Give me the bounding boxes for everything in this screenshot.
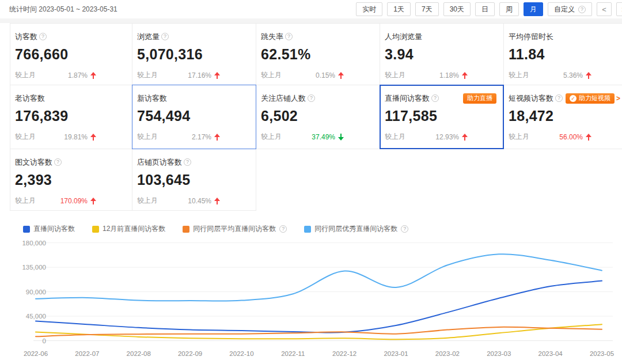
arrow-up-icon [462,134,468,141]
help-icon[interactable] [308,94,315,102]
y-axis-tick-label: 0 [43,338,46,344]
help-icon[interactable] [54,158,62,166]
trend-chart-svg: 045,00090,000135,000180,0002022-062022-0… [0,235,622,364]
arrow-up-icon [214,72,220,79]
x-axis-tick-label: 2022-10 [229,350,253,357]
range-button-label: 7天 [422,5,433,14]
y-axis-tick-label: 180,000 [22,240,46,247]
metric-delta: 17.16% [188,71,220,79]
chevron-right-icon[interactable]: > [616,94,620,103]
compare-label: 较上月 [15,70,36,80]
metric-card-2[interactable]: 跳失率62.51%较上月0.15% [256,23,380,85]
help-icon[interactable] [285,33,293,40]
next-page-button[interactable]: > [616,2,622,16]
metric-card-8[interactable]: 直播间访客数助力直播117,585较上月12.93% [380,85,504,149]
badge-wrap: 助力短视频> [566,93,620,104]
metric-value: 62.51% [261,46,373,63]
legend-label: 同行同层平均直播间访客数 [193,224,276,234]
compare-label: 较上月 [137,132,158,142]
metric-card-9[interactable]: 短视频访客数助力短视频>18,472较上月56.00% [503,85,622,149]
promo-badge[interactable]: 助力直播 [463,93,496,104]
metric-footer: 较上月0.15% [261,70,373,80]
arrow-up-icon [586,72,591,79]
range-button-label: 实时 [362,5,376,14]
legend-label: 同行同层优秀直播间访客数 [314,224,397,234]
help-icon[interactable] [184,158,191,166]
compare-label: 较上月 [15,132,36,142]
metric-cards-grid: 访客数766,660较上月1.87%浏览量5,070,316较上月17.16%跳… [10,23,622,211]
delta-value: 56.00% [559,133,583,141]
metric-card-10[interactable]: 图文访客数2,393较上月170.09% [10,149,132,211]
x-axis-tick-label: 2022-06 [24,350,48,357]
metric-card-5[interactable]: 老访客数176,839较上月19.81% [10,85,132,149]
metric-value: 176,839 [15,108,125,124]
metric-value: 754,494 [137,108,249,124]
help-icon[interactable] [39,33,47,40]
prev-page-button[interactable]: < [597,2,612,16]
range-button-3[interactable]: 30天 [443,2,471,16]
metric-footer: 较上月1.87% [15,70,125,80]
arrow-up-icon [90,198,96,204]
help-icon[interactable] [401,225,408,233]
metric-footer: 较上月1.18% [385,70,496,80]
metric-title: 短视频访客数 [509,93,553,104]
metric-card-1[interactable]: 浏览量5,070,316较上月17.16% [132,23,256,85]
metric-footer: 较上月2.17% [137,132,249,142]
help-icon[interactable] [161,33,169,40]
help-icon[interactable] [279,225,287,233]
range-button-1[interactable]: 1天 [387,2,411,16]
metric-card-7[interactable]: 关注店铺人数6,502较上月37.49% [256,85,380,149]
metric-delta: 10.45% [188,197,220,205]
range-button-label: 1天 [393,5,404,14]
range-button-6[interactable]: 月 [524,2,543,16]
metric-value: 2,393 [15,172,125,188]
metric-delta: 12.93% [435,133,468,141]
metric-title: 关注店铺人数 [261,93,306,104]
badge-wrap: 助力直播 [463,93,496,104]
metric-card-head: 跳失率 [261,31,373,42]
x-axis-tick-label: 2023-04 [538,350,563,357]
range-button-5[interactable]: 周 [499,2,519,16]
metric-footer: 较上月56.00% [509,132,620,142]
help-icon[interactable] [431,94,439,102]
delta-value: 37.49% [312,133,335,141]
metric-title: 跳失率 [261,32,283,42]
metric-title: 直播间访客数 [385,93,430,104]
range-button-4[interactable]: 日 [475,2,495,16]
x-axis-tick-label: 2022-09 [178,350,202,357]
metric-card-11[interactable]: 店铺页访客数103,645较上月10.45% [132,149,256,211]
metric-footer: 较上月5.36% [509,70,620,80]
delta-value: 0.15% [316,71,335,79]
compare-label: 较上月 [261,70,282,80]
y-axis-tick-label: 45,000 [26,313,46,320]
compare-label: 较上月 [385,70,405,80]
metric-card-4[interactable]: 平均停留时长11.84较上月5.36% [503,23,622,85]
metric-card-6[interactable]: 新访客数754,494较上月2.17% [132,85,256,149]
promo-badge[interactable]: 助力短视频 [566,93,615,104]
legend-item-1[interactable]: 12月前直播间访客数 [92,224,165,234]
metric-card-head: 新访客数 [137,93,249,104]
x-axis-tick-label: 2022-07 [75,350,99,357]
legend-item-3[interactable]: 同行同层优秀直播间访客数 [304,224,408,234]
help-icon[interactable] [555,94,563,102]
metric-card-head: 浏览量 [137,31,249,42]
metric-title: 浏览量 [137,32,160,42]
range-button-0[interactable]: 实时 [356,2,382,16]
metric-card-0[interactable]: 访客数766,660较上月1.87% [10,23,132,85]
arrow-up-icon [90,134,96,141]
legend-item-0[interactable]: 直播间访客数 [23,224,75,234]
range-button-7[interactable]: 自定义 [548,2,592,16]
top-toolbar: 统计时间 2023-05-01 ~ 2023-05-31 实时1天7天30天日周… [0,0,622,18]
range-button-2[interactable]: 7天 [415,2,439,16]
metric-value: 18,472 [509,108,620,124]
arrow-up-icon [214,198,220,204]
medal-icon [570,95,577,102]
legend-label: 12月前直播间访客数 [103,224,165,234]
metric-card-3[interactable]: 人均浏览量3.94较上月1.18% [380,23,504,85]
legend-item-2[interactable]: 同行同层平均直播间访客数 [183,224,287,234]
metric-card-head: 短视频访客数助力短视频> [509,93,620,104]
range-button-label: 月 [530,5,537,14]
metric-value: 6,502 [261,108,373,124]
metric-delta: 1.18% [439,71,468,79]
metric-title: 老访客数 [15,93,45,104]
